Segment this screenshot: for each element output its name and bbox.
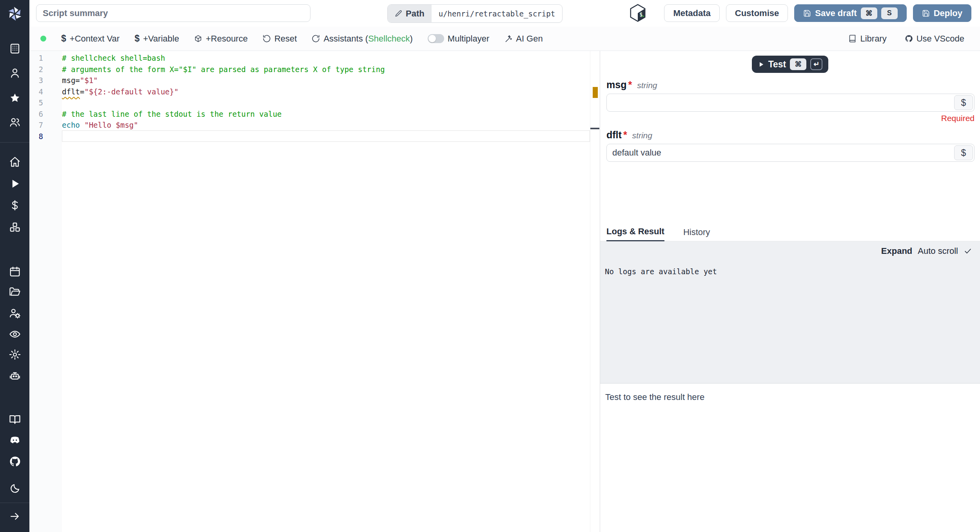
field-type: string xyxy=(632,131,652,140)
result-panel: Test to see the result here xyxy=(600,383,980,532)
argument-fields: msg*string$Requireddflt*string$ xyxy=(600,79,980,168)
add-context-var-label: +Context Var xyxy=(70,34,120,44)
warning-marker xyxy=(593,87,598,98)
line-number: 1 xyxy=(29,54,43,62)
dollar-icon[interactable] xyxy=(9,199,21,211)
ai-gen-label: AI Gen xyxy=(516,34,543,44)
panel-tabs: Logs & Result History xyxy=(600,223,980,241)
ai-gen-button[interactable]: AI Gen xyxy=(504,34,543,44)
expand-button[interactable]: Expand xyxy=(881,246,912,256)
assistants-label: Assistants (Shellcheck) xyxy=(323,34,412,44)
undo-icon xyxy=(263,34,271,43)
code-line[interactable]: 1# shellcheck shell=bash xyxy=(29,52,600,64)
boxes-icon[interactable] xyxy=(9,221,21,233)
tab-history[interactable]: History xyxy=(683,227,710,241)
building-icon[interactable] xyxy=(9,43,21,54)
autoscroll-label[interactable]: Auto scroll xyxy=(918,246,958,256)
user-icon[interactable] xyxy=(9,67,21,79)
arrow-right-icon[interactable] xyxy=(9,510,21,522)
add-resource-label: +Resource xyxy=(206,34,248,44)
line-content: # arguments of the form X="$I" are parse… xyxy=(43,65,385,74)
users-icon[interactable] xyxy=(9,116,21,128)
shellcheck-link[interactable]: Shellcheck xyxy=(368,34,410,43)
home-icon[interactable] xyxy=(9,156,21,168)
bot-icon[interactable] xyxy=(9,370,21,382)
play-icon[interactable] xyxy=(9,178,21,190)
magic-wand-icon xyxy=(504,34,512,43)
add-context-var-button[interactable]: $ +Context Var xyxy=(61,33,120,44)
status-dot xyxy=(40,36,46,42)
book-open-icon[interactable] xyxy=(9,414,21,425)
logs-panel: Expand Auto scroll No logs are available… xyxy=(600,241,980,383)
code-line[interactable]: 2# arguments of the form X="$I" are pars… xyxy=(29,64,600,75)
test-button[interactable]: Test ⌘ ↵ xyxy=(752,56,829,73)
code-line[interactable]: 6# the last line of the stdout is the re… xyxy=(29,109,600,120)
code-content: 1# shellcheck shell=bash2# arguments of … xyxy=(29,52,600,142)
code-line[interactable]: 8 xyxy=(29,131,600,142)
dollar-icon: $ xyxy=(61,33,66,44)
github-icon[interactable] xyxy=(9,456,21,467)
tab-logs-result[interactable]: Logs & Result xyxy=(606,226,664,241)
code-line[interactable]: 7echo "Hello $msg" xyxy=(29,119,600,131)
insert-variable-button[interactable]: $ xyxy=(954,95,973,110)
edit-path-button[interactable]: Path xyxy=(388,5,432,22)
folder-open-icon[interactable] xyxy=(9,286,21,298)
add-variable-label: +Variable xyxy=(143,34,179,44)
multiplayer-toggle[interactable] xyxy=(428,34,444,43)
users-cog-icon[interactable] xyxy=(9,307,21,319)
msg-input[interactable] xyxy=(607,94,954,111)
test-label: Test xyxy=(768,59,786,70)
save-icon xyxy=(922,9,930,17)
reset-button[interactable]: Reset xyxy=(263,34,297,44)
deploy-label: Deploy xyxy=(934,8,962,18)
result-placeholder: Test to see the result here xyxy=(605,392,704,402)
add-variable-button[interactable]: $ +Variable xyxy=(134,33,179,44)
discord-icon[interactable] xyxy=(9,434,21,446)
s-key-badge: S xyxy=(881,7,898,19)
eye-icon[interactable] xyxy=(9,328,21,340)
dflt-input[interactable] xyxy=(607,144,954,161)
save-draft-label: Save draft xyxy=(815,8,857,18)
summary-input[interactable] xyxy=(36,4,310,22)
field-type: string xyxy=(637,81,657,90)
deploy-button[interactable]: Deploy xyxy=(913,4,971,22)
overview-ruler xyxy=(590,51,590,532)
required-asterisk: * xyxy=(623,129,627,141)
metadata-button[interactable]: Metadata xyxy=(664,4,719,22)
argument-field-dflt: dflt*string$ xyxy=(606,129,975,168)
gear-icon[interactable] xyxy=(9,349,21,360)
line-number: 6 xyxy=(29,110,43,118)
star-icon[interactable] xyxy=(9,92,21,104)
bash-language-icon: $ xyxy=(628,3,648,24)
line-number: 7 xyxy=(29,121,43,129)
customise-button[interactable]: Customise xyxy=(726,4,788,22)
assistants-button[interactable]: Assistants (Shellcheck) xyxy=(312,34,412,44)
field-label: dflt*string xyxy=(606,129,975,141)
line-content: msg="$1" xyxy=(43,76,98,85)
pencil-icon xyxy=(395,10,402,17)
windmill-script-editor: Path u/henri/retractable_script $ Metada… xyxy=(0,0,980,532)
line-content: # shellcheck shell=bash xyxy=(43,54,165,62)
save-draft-button[interactable]: Save draft ⌘ S xyxy=(794,4,906,22)
code-editor[interactable]: 1# shellcheck shell=bash2# arguments of … xyxy=(29,51,600,532)
calendar-icon[interactable] xyxy=(9,266,21,277)
package-icon xyxy=(194,34,202,43)
insert-variable-button[interactable]: $ xyxy=(954,145,973,160)
book-icon xyxy=(848,34,857,43)
windmill-logo[interactable] xyxy=(6,5,24,22)
line-number: 8 xyxy=(29,132,43,141)
library-button[interactable]: Library xyxy=(848,34,886,44)
code-line[interactable]: 5 xyxy=(29,97,600,109)
moon-icon[interactable] xyxy=(9,483,21,494)
field-required-note xyxy=(606,164,975,168)
reset-label: Reset xyxy=(274,34,297,44)
code-line[interactable]: 4dflt="${2:-default value}" xyxy=(29,86,600,98)
required-asterisk: * xyxy=(628,79,632,90)
use-vscode-button[interactable]: Use VScode xyxy=(905,34,964,44)
logs-empty-message: No logs are available yet xyxy=(605,267,980,276)
multiplayer-label: Multiplayer xyxy=(448,34,489,44)
code-line[interactable]: 3msg="$1" xyxy=(29,75,600,86)
field-input-group: $ xyxy=(606,144,975,162)
checkmark-icon[interactable] xyxy=(964,247,972,255)
add-resource-button[interactable]: +Resource xyxy=(194,34,248,44)
